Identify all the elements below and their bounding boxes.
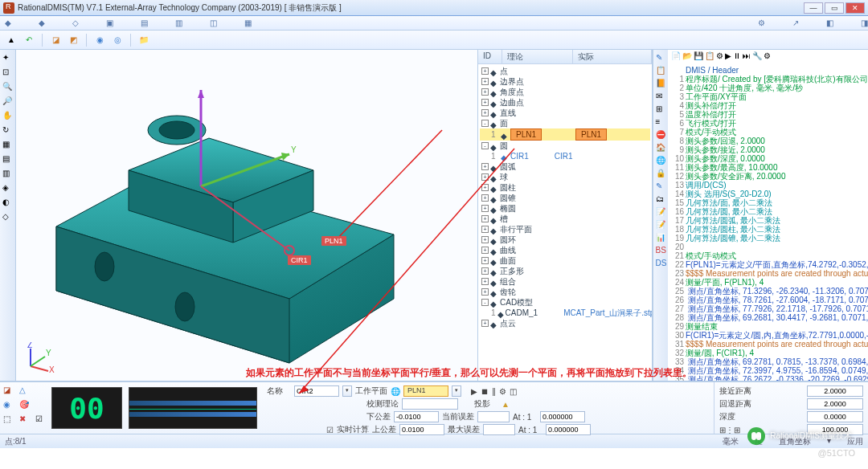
script-line[interactable]: 30F(CIR1)=元素定义/圆,内,直角坐标,72.7791,0.0000,-… <box>671 331 865 340</box>
menu-item[interactable]: ⚙ <box>758 18 765 27</box>
menu-item[interactable]: ▦ <box>244 18 252 27</box>
status-apply[interactable]: 应用 <box>847 436 863 447</box>
script-line[interactable]: 17几何算法/圆弧, 最小二乘法 <box>671 216 865 225</box>
script-tab9-icon[interactable]: 🌐 <box>656 156 666 166</box>
script-line[interactable]: 14测头 选用/S(S_20-D2.0) <box>671 190 865 198</box>
tree-toggle-icon[interactable]: + <box>481 215 489 222</box>
wp-dd-icon[interactable]: ▾ <box>452 385 461 397</box>
col-theory[interactable]: 理论 <box>502 50 573 63</box>
maximize-button[interactable]: ▭ <box>825 2 844 14</box>
bp-icon[interactable]: ☑ <box>35 414 48 427</box>
ex-icon[interactable]: ◫ <box>510 387 517 396</box>
script-line[interactable]: 22F(PLN1)=元素定义/平面,直角坐标,74.2792,-0.3052,-… <box>671 260 865 269</box>
script-tab5-icon[interactable]: ⊞ <box>656 104 666 115</box>
script-line[interactable]: 10测头参数/深度, 0.0000 <box>671 154 865 163</box>
tree-item[interactable]: +◆组合 <box>480 276 650 287</box>
tree-item[interactable]: +◆直线 <box>480 108 650 118</box>
script-line[interactable]: DMIS / Header <box>671 66 865 75</box>
close-button[interactable]: ✕ <box>845 2 865 14</box>
script-tab16-icon[interactable]: BS <box>656 246 666 256</box>
uptol-input[interactable] <box>399 424 444 435</box>
retract-input[interactable] <box>807 398 863 410</box>
script-tab2-icon[interactable]: 📋 <box>656 66 666 76</box>
depth-input[interactable] <box>807 411 863 422</box>
script-tab12-icon[interactable]: 🗂 <box>656 194 666 205</box>
st-run-icon[interactable]: ▶ <box>725 51 731 64</box>
stop-icon[interactable]: ⏹ <box>481 387 489 396</box>
bp-icon[interactable] <box>35 400 48 413</box>
bp-icon[interactable] <box>35 385 48 398</box>
viewport-3d[interactable]: Y PLN1 CIR1 Z X Y <box>16 50 477 381</box>
tree-toggle-icon[interactable]: - <box>481 299 489 306</box>
script-line[interactable]: 2单位/420 十进角度, 毫米, 毫米/秒 <box>671 84 865 92</box>
tree-item[interactable]: +◆点 <box>480 66 650 76</box>
tool-folder-icon[interactable]: 📁 <box>137 34 150 47</box>
script-line[interactable]: 1程序标题/ Created by [爱科腾瑞科技(北京)有限公司-0416 <box>671 75 865 84</box>
tree-item[interactable]: +◆曲面 <box>480 255 650 266</box>
tree-toggle-icon[interactable]: + <box>481 236 489 243</box>
wp-input[interactable]: PLN1 <box>403 385 448 397</box>
view-top-icon[interactable]: ▦ <box>2 140 14 151</box>
name-dd-icon[interactable]: ▾ <box>342 385 352 397</box>
tool-view-icon[interactable]: ◉ <box>93 34 106 47</box>
tool-view2-icon[interactable]: ◎ <box>111 34 124 47</box>
st-new-icon[interactable]: 📄 <box>671 51 681 64</box>
tree-toggle-icon[interactable]: + <box>481 184 489 191</box>
script-content[interactable]: 📄 📂 💾 📋 ⚙ ▶ ⏸ ⏭ 🔧 ⚙ DMIS / Header1程序标题/ … <box>668 50 868 381</box>
tree-item[interactable]: 1◆CADM_1MCAT_Part_山涧果子.stp <box>480 308 650 318</box>
bp-icon[interactable]: ✖ <box>19 414 32 427</box>
proj-icon[interactable]: ▲ <box>502 400 510 409</box>
tree-item[interactable]: +◆边曲点 <box>480 97 650 108</box>
play-icon[interactable]: ▶ <box>471 387 477 396</box>
script-line[interactable]: 32测量/圆, F(CIR1), 4 <box>671 349 865 357</box>
tree-toggle-icon[interactable]: + <box>481 78 489 85</box>
tree-item[interactable]: +◆圆柱 <box>480 182 650 193</box>
tree-toggle-icon[interactable]: + <box>481 288 489 296</box>
st-step-icon[interactable]: ⏭ <box>743 51 751 64</box>
script-tab17-icon[interactable]: DS <box>656 259 666 269</box>
script-line[interactable]: 23$$$$ Measurement points are created th… <box>671 269 865 278</box>
st-settings-icon[interactable]: ⚙ <box>764 51 771 64</box>
pipe-icon[interactable]: ‖ <box>492 387 496 396</box>
at1-input[interactable] <box>540 411 585 422</box>
script-line[interactable]: 4测头补偿/打开 <box>671 101 865 110</box>
menu-item[interactable]: ◆ <box>39 18 45 27</box>
tree-toggle-icon[interactable]: - <box>481 120 489 127</box>
tool-part-icon[interactable]: ◪ <box>49 34 62 47</box>
pick-icon[interactable]: ✦ <box>2 53 14 64</box>
script-tab10-icon[interactable]: 🔒 <box>656 169 666 179</box>
script-line[interactable]: 28 测点/直角坐标, 69.2681, 30.4417, -9.2681, 0… <box>671 313 865 322</box>
tree-item[interactable]: -◆面 <box>480 118 650 128</box>
maxerr-input[interactable] <box>483 424 515 435</box>
tree-toggle-icon[interactable]: + <box>481 109 489 116</box>
col-actual[interactable]: 实际 <box>573 50 652 63</box>
menu-item[interactable]: ▥ <box>175 18 182 27</box>
status-coord[interactable]: 直角坐标 <box>779 436 811 447</box>
tree-item[interactable]: 1◆PLN1PLN1 <box>480 128 650 141</box>
tree-item[interactable]: +◆曲线 <box>480 245 650 255</box>
script-line[interactable]: 24测量/平面, F(PLN1), 4 <box>671 278 865 287</box>
pan-icon[interactable]: ✋ <box>2 111 14 122</box>
menu-item[interactable]: ▣ <box>106 18 113 27</box>
tree-toggle-icon[interactable]: + <box>481 67 489 75</box>
script-line[interactable]: 20 <box>671 243 865 251</box>
lowtol-input[interactable] <box>394 411 439 422</box>
tree-item[interactable]: +◆点云 <box>480 318 650 328</box>
script-line[interactable]: 11测头参数/最高度, 10.0000 <box>671 163 865 172</box>
script-line[interactable]: 18几何算法/圆柱, 最小二乘法 <box>671 225 865 234</box>
tree-item[interactable]: +◆槽 <box>480 214 650 224</box>
script-tab8-icon[interactable]: 🏠 <box>656 143 666 153</box>
st-doc-icon[interactable]: 📋 <box>705 51 714 64</box>
bp-icon[interactable]: ◉ <box>3 400 16 413</box>
tree-toggle-icon[interactable]: + <box>481 194 489 202</box>
tree-item[interactable]: +◆齿轮 <box>480 287 650 297</box>
menu-item[interactable]: ◧ <box>826 18 833 27</box>
script-line[interactable]: 15几何算法/面, 最小二乘法 <box>671 198 865 207</box>
tree-item[interactable]: +◆椭圆 <box>480 203 650 214</box>
zoom-fit-icon[interactable]: ⊡ <box>2 67 14 79</box>
approach-input[interactable] <box>807 385 863 397</box>
col-id[interactable]: ID <box>478 50 502 63</box>
tree-item[interactable]: +◆非行平面 <box>480 224 650 234</box>
menu-item[interactable]: ▤ <box>141 18 148 27</box>
script-line[interactable]: 25 测点/直角坐标, 71.3296, -26.2340, -11.3206,… <box>671 287 865 296</box>
